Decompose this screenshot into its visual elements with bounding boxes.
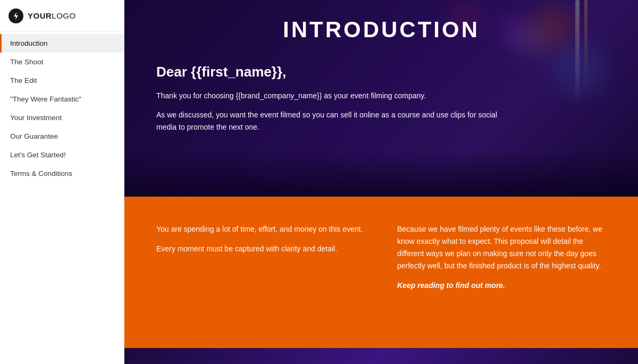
sidebar-nav: Introduction The Shoot The Edit "They We… bbox=[0, 32, 124, 364]
hero-paragraph-2: As we discussed, you want the event film… bbox=[156, 109, 518, 133]
orange-left-p1: You are spending a lot of time, effort, … bbox=[156, 223, 365, 235]
orange-right-p1: Because we have filmed plenty of events … bbox=[397, 223, 606, 272]
lightning-bolt-icon bbox=[12, 12, 20, 20]
hero-paragraph-1: Thank you for choosing {{brand_company_n… bbox=[156, 90, 518, 101]
sidebar: YOURLOGO Introduction The Shoot The Edit… bbox=[0, 0, 124, 364]
orange-col-left: You are spending a lot of time, effort, … bbox=[156, 223, 365, 321]
orange-left-p2: Every moment must be captured with clari… bbox=[156, 243, 365, 255]
sidebar-item-introduction[interactable]: Introduction bbox=[0, 34, 124, 53]
hero-title-bar: INTRODUCTION bbox=[124, 0, 638, 53]
sidebar-item-the-shoot[interactable]: The Shoot bbox=[0, 53, 124, 71]
logo-text: YOURLOGO bbox=[28, 11, 76, 20]
sidebar-item-they-were-fantastic[interactable]: "They Were Fantastic" bbox=[0, 90, 124, 108]
sidebar-item-your-investment[interactable]: Your Investment bbox=[0, 108, 124, 127]
orange-col-right: Because we have filmed plenty of events … bbox=[397, 223, 606, 321]
keep-reading-text: Keep reading to find out more. bbox=[397, 280, 606, 292]
logo-icon bbox=[9, 9, 23, 23]
svg-marker-0 bbox=[14, 12, 18, 20]
sidebar-item-terms-conditions[interactable]: Terms & Conditions bbox=[0, 164, 124, 183]
hero-dear-line: Dear {{first_name}}, bbox=[156, 64, 518, 80]
footer-strip bbox=[124, 348, 638, 364]
orange-section: You are spending a lot of time, effort, … bbox=[124, 197, 638, 348]
hero-title: INTRODUCTION bbox=[124, 17, 638, 43]
sidebar-item-the-edit[interactable]: The Edit bbox=[0, 71, 124, 90]
hero-section: INTRODUCTION Dear {{first_name}}, Thank … bbox=[124, 0, 638, 197]
main-content: INTRODUCTION Dear {{first_name}}, Thank … bbox=[124, 0, 638, 364]
hero-content: Dear {{first_name}}, Thank you for choos… bbox=[124, 53, 550, 162]
logo-area: YOURLOGO bbox=[0, 0, 124, 32]
sidebar-item-our-guarantee[interactable]: Our Guarantee bbox=[0, 127, 124, 146]
sidebar-item-lets-get-started[interactable]: Let's Get Started! bbox=[0, 146, 124, 164]
